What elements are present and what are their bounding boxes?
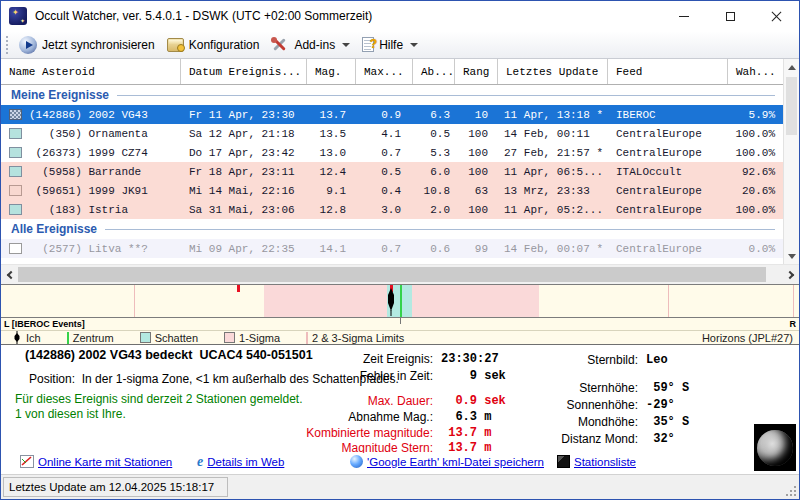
scroll-up-button[interactable] (784, 59, 799, 75)
vertical-scroll-thumb[interactable] (786, 77, 797, 135)
web-details-link-text[interactable]: Details im Web (207, 456, 284, 468)
column-header-date[interactable]: Datum Ereignis... (181, 59, 307, 84)
online-map-link-text[interactable]: Online Karte mit Stationen (38, 456, 172, 468)
table-row[interactable]: (26373) 1999 CZ74 Do 17 Apr, 23:42 13.0 … (1, 143, 783, 162)
chevron-down-icon (342, 43, 350, 47)
shadow-band-icon (140, 332, 151, 343)
resize-grip[interactable] (786, 486, 796, 496)
online-map-link[interactable]: Online Karte mit Stationen (20, 455, 172, 468)
stations-icon (557, 455, 570, 468)
moon-phase-image (754, 424, 796, 471)
ie-icon: e (197, 455, 203, 468)
shadow-status-icon (9, 128, 22, 139)
group-header-all-events[interactable]: Alle Ereignisse (1, 219, 783, 239)
detail-label: Abnahme Mag.: (241, 410, 433, 424)
last-update-status: Letztes Update am 12.04.2025 15:18:17 (3, 477, 228, 497)
center-tick (400, 318, 401, 324)
horizontal-scroll-thumb[interactable] (18, 267, 766, 282)
sigma-limit-line (668, 285, 669, 317)
minimize-button[interactable] (661, 1, 707, 31)
one-sigma-band-icon (224, 332, 235, 343)
table-header-row: Name Asteroid Datum Ereignis... Mag. Max… (1, 59, 783, 85)
detail-row: Max. Dauer: 0.9 sek (241, 394, 506, 408)
legend-item-ich: Ich (13, 331, 41, 344)
legend-label: 1-Sigma (239, 332, 280, 344)
legend-item-schatten: Schatten (140, 332, 198, 344)
group-divider (117, 95, 775, 96)
google-earth-link[interactable]: 'Google Earth' kml-Datei speichern (350, 455, 544, 468)
horizontal-scrollbar[interactable] (1, 264, 799, 284)
shadow-path-chart (1, 284, 799, 318)
detail-label: Fehler in Zeit: (241, 369, 433, 383)
legend-label: Zentrum (73, 332, 114, 344)
toolbar: Jetzt synchronisieren Konfiguration Add-… (1, 31, 799, 59)
detail-label: Zeit Ereignis: (241, 352, 433, 366)
legend-item-one-sigma: 1-Sigma (224, 332, 280, 344)
table-row[interactable]: (350) Ornamenta Sa 12 Apr, 21:18 13.5 4.… (1, 124, 783, 143)
detail-value: -29° (646, 398, 675, 412)
help-menu-button[interactable]: Hilfe (357, 35, 425, 54)
titlebar: Occult Watcher, ver. 5.4.0.1 - DSWK (UTC… (1, 1, 799, 31)
detail-row: Abnahme Mag.: 6.3 m (241, 410, 491, 424)
group-label: Meine Ereignisse (11, 88, 109, 102)
close-button[interactable] (753, 1, 799, 31)
toolbar-grip[interactable] (6, 36, 9, 54)
addins-menu-button[interactable]: Add-ins (266, 35, 357, 55)
minimize-icon (679, 16, 689, 17)
maximize-button[interactable] (707, 1, 753, 31)
column-header-mag[interactable]: Mag. (307, 59, 356, 84)
column-header-rang[interactable]: Rang (455, 59, 498, 84)
station-list-link[interactable]: Stationsliste (557, 455, 636, 468)
table-row[interactable]: (2577) Litva **? Mi 09 Apr, 22:35 14.1 0… (1, 239, 783, 258)
column-header-wah[interactable]: Wah... (728, 59, 783, 84)
detail-label: Max. Dauer: (241, 394, 433, 408)
table-row[interactable]: (5958) Barrande Fr 18 Apr, 23:11 12.4 0.… (1, 162, 783, 181)
google-earth-link-text[interactable]: 'Google Earth' kml-Datei speichern (367, 456, 544, 468)
configuration-icon (167, 38, 184, 52)
scroll-down-button[interactable] (784, 248, 799, 264)
column-header-feed[interactable]: Feed (608, 59, 728, 84)
column-header-ab[interactable]: Ab... (413, 59, 455, 84)
detail-value: 0.9 sek (441, 394, 506, 408)
addins-label: Add-ins (294, 38, 335, 52)
detail-row: Kombinierte magnitude: 13.7 m (241, 426, 491, 440)
group-header-my-events[interactable]: Meine Ereignisse (1, 85, 783, 105)
detail-label: Sternhöhe: (541, 381, 638, 395)
ich-marker (385, 288, 397, 316)
center-line (400, 285, 402, 317)
table-row[interactable]: (142886) 2002 VG43 Fr 11 Apr, 23:30 13.7… (1, 105, 783, 124)
configuration-button[interactable]: Konfiguration (162, 36, 267, 54)
station-list-link-text[interactable]: Stationsliste (574, 456, 636, 468)
legend-label: Ich (26, 332, 41, 344)
detail-row: Fehler in Zeit: 9 sek (241, 369, 506, 383)
events-table: Name Asteroid Datum Ereignis... Mag. Max… (1, 59, 799, 264)
web-details-link[interactable]: e Details im Web (197, 455, 284, 468)
detail-row: Sonnenhöhe: -29° (541, 398, 675, 412)
detail-value: 32° (646, 432, 675, 446)
detail-label: Mondhöhe: (541, 415, 638, 429)
scroll-left-button[interactable] (1, 265, 18, 284)
detail-value: 35° S (646, 415, 689, 429)
column-header-max[interactable]: Max... (356, 59, 413, 84)
detail-value: 13.7 m (441, 426, 491, 440)
detail-row: Zeit Ereignis: 23:30:27 (241, 352, 499, 366)
scroll-right-button[interactable] (782, 265, 799, 284)
table-row[interactable]: (59651) 1999 JK91 Mi 14 Mai, 22:16 9.1 0… (1, 181, 783, 200)
detail-row: Sternhöhe: 59° S (541, 381, 689, 395)
window-title: Occult Watcher, ver. 5.4.0.1 - DSWK (UTC… (35, 9, 372, 23)
app-icon (9, 7, 27, 25)
event-details-panel: (142886) 2002 VG43 bedeckt UCAC4 540-051… (1, 345, 799, 453)
table-row[interactable]: (183) Istria Sa 31 Mai, 23:06 12.8 3.0 2… (1, 200, 783, 219)
sigma-limit-line-icon (306, 332, 308, 344)
sync-now-button[interactable]: Jetzt synchronisieren (14, 34, 162, 56)
sigma-limit-line (793, 285, 794, 317)
ephemeris-source-label: Horizons (JPL#27) (702, 332, 799, 344)
help-label: Hilfe (379, 38, 403, 52)
vertical-scrollbar[interactable] (783, 59, 799, 264)
column-header-update[interactable]: Letztes Update (498, 59, 608, 84)
chevron-right-icon (785, 270, 793, 278)
my-station-hatched-icon (9, 109, 22, 120)
column-header-name[interactable]: Name Asteroid (1, 59, 181, 84)
detail-value: 23:30:27 (441, 352, 499, 366)
legend-label: Schatten (155, 332, 198, 344)
